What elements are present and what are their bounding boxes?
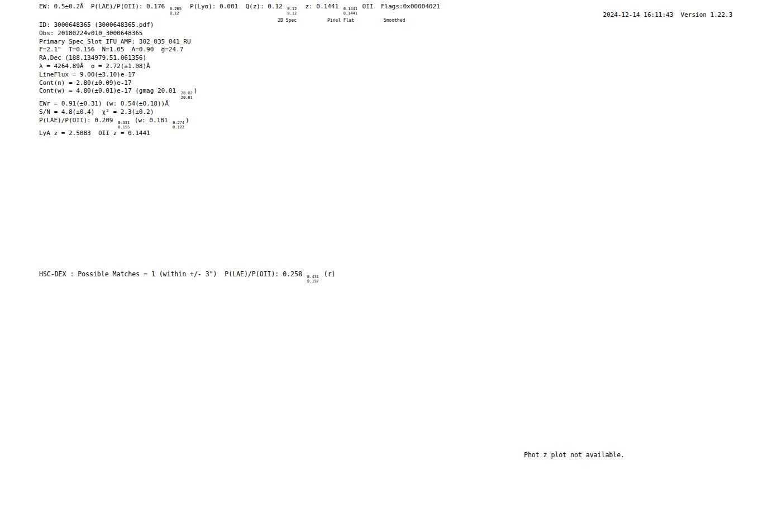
hsc-match-header: HSC-DEX : Possible Matches = 1 (within +… bbox=[39, 270, 336, 284]
stacked-uncertainty: 0.4310.197 bbox=[307, 275, 319, 284]
text-run: (r) bbox=[320, 270, 336, 278]
elixer-detection-report: EW: 0.5±0.2Å P(LAE)/P(OII): 0.176 0.2650… bbox=[0, 0, 782, 532]
text-run: HSC-DEX : Possible Matches = 1 (within +… bbox=[39, 270, 306, 278]
photz-note: Phot z plot not available. bbox=[524, 451, 624, 459]
upper-uncertainty: 0.431 bbox=[307, 275, 319, 279]
lower-uncertainty: 0.197 bbox=[307, 279, 319, 284]
emission-line-labels bbox=[44, 0, 731, 195]
